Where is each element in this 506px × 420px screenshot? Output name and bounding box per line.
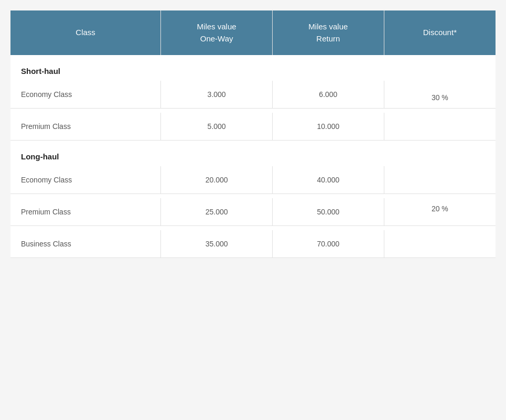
miles-return-cell: 40.000 <box>273 166 384 194</box>
spacer-row <box>10 226 496 231</box>
miles-oneway-cell: 25.000 <box>161 198 273 226</box>
section-header-long-haul: Long-haul <box>10 141 496 167</box>
section-label-long-haul: Long-haul <box>10 141 496 167</box>
miles-table-container: Class Miles value One-Way Miles value Re… <box>10 10 496 258</box>
discount-cell <box>384 113 496 141</box>
header-discount: Discount* <box>384 10 496 55</box>
table-row: Premium Class 25.000 50.000 20 % <box>10 198 496 226</box>
header-miles-return-line2: Return <box>316 34 340 43</box>
table-header-row: Class Miles value One-Way Miles value Re… <box>10 10 496 55</box>
section-header-short-haul: Short-haul <box>10 55 496 81</box>
header-miles-oneway-line1: Miles value <box>197 22 236 31</box>
discount-cell <box>384 230 496 258</box>
header-miles-return-line1: Miles value <box>308 22 348 31</box>
class-name-cell: Business Class <box>10 230 161 258</box>
miles-oneway-cell: 5.000 <box>161 113 273 141</box>
miles-oneway-cell: 20.000 <box>161 166 273 194</box>
miles-return-cell: 6.000 <box>273 81 384 109</box>
table-row: Economy Class 20.000 40.000 <box>10 166 496 194</box>
miles-return-cell: 70.000 <box>273 230 384 258</box>
header-miles-return: Miles value Return <box>273 10 384 55</box>
section-label-short-haul: Short-haul <box>10 55 496 81</box>
table-row: Premium Class 5.000 10.000 <box>10 113 496 141</box>
table-body: Short-haul Economy Class 3.000 6.000 30 … <box>10 55 496 258</box>
discount-cell: 20 % <box>384 198 496 226</box>
table-row: Economy Class 3.000 6.000 30 % <box>10 81 496 109</box>
spacer-row <box>10 194 496 199</box>
miles-table: Class Miles value One-Way Miles value Re… <box>10 10 496 258</box>
header-class: Class <box>10 10 161 55</box>
class-name-cell: Premium Class <box>10 113 161 141</box>
discount-cell: 30 % <box>384 81 496 109</box>
class-name-cell: Economy Class <box>10 81 161 109</box>
miles-return-cell: 10.000 <box>273 113 384 141</box>
class-name-cell: Economy Class <box>10 166 161 194</box>
miles-oneway-cell: 3.000 <box>161 81 273 109</box>
header-miles-oneway-line2: One-Way <box>200 34 233 43</box>
miles-oneway-cell: 35.000 <box>161 230 273 258</box>
class-name-cell: Premium Class <box>10 198 161 226</box>
miles-return-cell: 50.000 <box>273 198 384 226</box>
spacer-row <box>10 109 496 113</box>
discount-cell <box>384 166 496 194</box>
header-miles-oneway: Miles value One-Way <box>161 10 273 55</box>
table-row: Business Class 35.000 70.000 <box>10 230 496 258</box>
